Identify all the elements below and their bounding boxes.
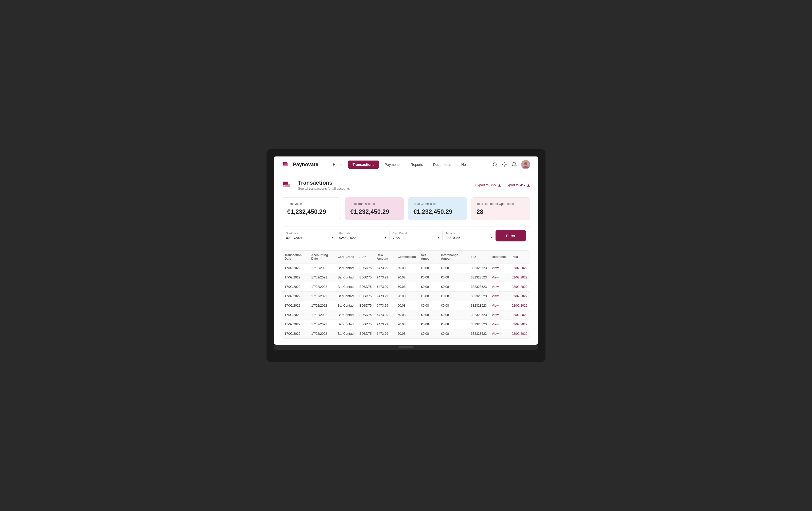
nav-home[interactable]: Home [328, 161, 347, 169]
laptop-frame: Paynovate Home Transactions Payments Rep… [266, 149, 546, 362]
cell-col-2: BanContact [335, 282, 357, 291]
cell-col-5: €0.08 [395, 319, 418, 329]
stat-value-total-transactions: €1,232,450.29 [350, 208, 399, 215]
stat-card-total-value: Total Value €1,232,450.29 [282, 197, 341, 220]
paid-date: 02/02/2022 [512, 276, 527, 279]
page-subtitle: See all transactions for all accounts [298, 187, 350, 191]
start-date-chevron-icon: ▾ [332, 236, 333, 239]
card-brand-value-row: VISA ▾ [393, 236, 439, 240]
stat-label-total-commission: Total Commission [413, 202, 462, 206]
cell-col-6: €0.08 [418, 273, 438, 282]
filter-divider-2 [389, 231, 389, 240]
cell-paid: 02/02/2022 [509, 329, 530, 338]
cell-col-0: 17/02/2022 [282, 329, 309, 338]
cell-col-4: €473.29 [374, 263, 395, 273]
export-buttons: Export to CSV Export to xlsx [475, 183, 530, 187]
cell-reference[interactable]: View [489, 282, 509, 291]
cell-reference[interactable]: View [489, 291, 509, 301]
cell-col-1: 17/02/2022 [309, 291, 335, 301]
table-row: 17/02/202217/02/2022BanContactBDSD75€473… [282, 310, 530, 319]
nav-actions [492, 160, 530, 169]
paid-date: 02/02/2022 [512, 294, 527, 298]
avatar[interactable] [521, 160, 530, 169]
nav-transactions[interactable]: Transactions [348, 161, 379, 169]
view-link[interactable]: View [492, 304, 498, 307]
search-icon[interactable] [492, 162, 498, 167]
svg-point-7 [524, 162, 527, 165]
bell-icon[interactable] [512, 162, 517, 167]
cell-reference[interactable]: View [489, 273, 509, 282]
view-link[interactable]: View [492, 313, 498, 317]
app-container: Paynovate Home Transactions Payments Rep… [274, 157, 538, 345]
download-icon [498, 183, 501, 187]
stat-card-total-operations: Total Number of Operations 28 [471, 197, 530, 220]
cell-reference[interactable]: View [489, 301, 509, 310]
col-commission: Commission [395, 251, 418, 263]
stat-value-total-value: €1,232,450.29 [287, 208, 336, 215]
stat-card-total-commission: Total Commission €1,232,450.29 [408, 197, 467, 220]
cell-col-4: €473.29 [374, 282, 395, 291]
cell-paid: 02/02/2022 [509, 319, 530, 329]
view-link[interactable]: View [492, 285, 498, 289]
table-body: 17/02/202217/02/2022BanContactBDSD75€473… [282, 263, 530, 338]
filter-terminal[interactable]: Terminal 23210345 ▾ [445, 232, 492, 240]
stat-label-total-value: Total Value [287, 202, 336, 206]
end-date-value: 02/02/2022 [339, 236, 356, 240]
logo-text: Paynovate [293, 162, 318, 167]
export-csv-button[interactable]: Export to CSV [475, 183, 501, 187]
view-link[interactable]: View [492, 332, 498, 336]
view-link[interactable]: View [492, 266, 498, 270]
cell-paid: 02/02/2022 [509, 291, 530, 301]
nav-payments[interactable]: Payments [380, 161, 405, 169]
nav-documents[interactable]: Documents [429, 161, 456, 169]
cell-reference[interactable]: View [489, 263, 509, 273]
cell-reference[interactable]: View [489, 329, 509, 338]
cell-col-0: 17/02/2022 [282, 282, 309, 291]
filter-button[interactable]: Filter [495, 230, 526, 242]
view-link[interactable]: View [492, 322, 498, 326]
cell-col-6: €0.08 [418, 319, 438, 329]
table-row: 17/02/202217/02/2022BanContactBDSD75€473… [282, 319, 530, 329]
cell-col-6: €0.08 [418, 291, 438, 301]
cell-col-8: 332323523 [468, 263, 489, 273]
page-content: Transactions See all transactions for al… [274, 173, 538, 345]
cell-col-2: BanContact [335, 263, 357, 273]
view-link[interactable]: View [492, 294, 498, 298]
cell-col-7: €0.08 [438, 310, 468, 319]
stats-row: Total Value €1,232,450.29 Total Transact… [282, 197, 530, 220]
stat-value-total-commission: €1,232,450.29 [413, 208, 462, 215]
filter-start-date[interactable]: Start date 02/02/2021 ▾ [286, 232, 333, 240]
table-row: 17/02/202217/02/2022BanContactBDSD75€473… [282, 301, 530, 310]
cell-reference[interactable]: View [489, 319, 509, 329]
end-date-chevron-icon: ▾ [385, 236, 386, 239]
transactions-icon [282, 179, 294, 191]
cell-col-7: €0.08 [438, 263, 468, 273]
page-header: Transactions See all transactions for al… [282, 179, 530, 191]
cell-col-7: €0.08 [438, 301, 468, 310]
gear-icon[interactable] [502, 162, 508, 167]
view-link[interactable]: View [492, 276, 498, 279]
nav-help[interactable]: Help [457, 161, 473, 169]
terminal-chevron-icon: ▾ [491, 236, 492, 239]
cell-col-3: BDSD75 [357, 329, 374, 338]
page-header-left: Transactions See all transactions for al… [282, 179, 350, 191]
export-xlsx-button[interactable]: Export to xlsx [505, 183, 530, 187]
cell-col-3: BDSD75 [357, 282, 374, 291]
transactions-table-container: Transaction Date Accounting Date Card Br… [282, 250, 530, 339]
cell-col-7: €0.08 [438, 291, 468, 301]
cell-col-3: BDSD75 [357, 301, 374, 310]
logo[interactable]: Paynovate [282, 160, 318, 169]
paid-date: 02/02/2022 [512, 304, 527, 307]
end-date-value-row: 02/02/2022 ▾ [339, 236, 386, 240]
start-date-value-row: 02/02/2021 ▾ [286, 236, 333, 240]
stat-label-total-transactions: Total Transactions [350, 202, 399, 206]
filter-card-brand[interactable]: Card Brand VISA ▾ [393, 232, 439, 240]
cell-col-5: €0.08 [395, 273, 418, 282]
filter-end-date[interactable]: End date 02/02/2022 ▾ [339, 232, 386, 240]
cell-reference[interactable]: View [489, 310, 509, 319]
cell-col-7: €0.08 [438, 319, 468, 329]
nav-reports[interactable]: Reports [406, 161, 428, 169]
nav-links: Home Transactions Payments Reports Docum… [328, 161, 492, 169]
cell-col-1: 17/02/2022 [309, 282, 335, 291]
cell-col-3: BDSD75 [357, 310, 374, 319]
